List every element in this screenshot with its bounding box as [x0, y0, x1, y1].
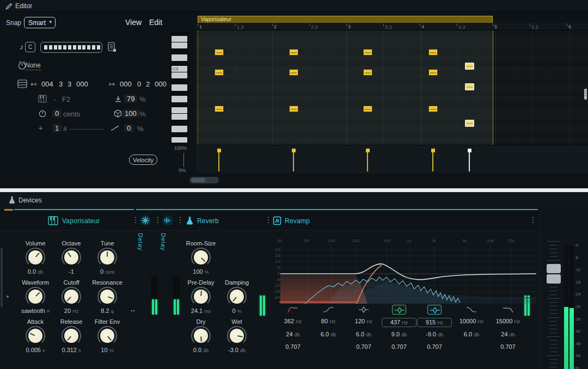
piano-key[interactable]: [171, 84, 187, 91]
knob-octave[interactable]: [62, 248, 81, 267]
midi-note[interactable]: [215, 49, 224, 56]
piano-key[interactable]: [171, 114, 187, 120]
delay-device-label-2[interactable]: Delay: [160, 233, 167, 251]
panel-divider[interactable]: [0, 188, 588, 192]
scale-segment[interactable]: [78, 45, 81, 50]
knob-dry[interactable]: [191, 326, 211, 346]
collapsed-delay-device-2[interactable]: [162, 215, 173, 226]
knob-wet[interactable]: [227, 326, 247, 346]
device-menu-dots-icon[interactable]: ⋮: [154, 216, 162, 224]
devices-scrollbar[interactable]: [1, 248, 3, 308]
piano-key[interactable]: [171, 137, 187, 143]
pos-start-ticks[interactable]: 000: [76, 80, 88, 88]
eq-band-freq[interactable]: 80 Hz: [311, 318, 346, 324]
pos-start-bars[interactable]: 004: [41, 80, 53, 88]
knob-attack[interactable]: [26, 326, 45, 346]
eq-band-q[interactable]: 0.707: [275, 343, 310, 350]
scale-segment[interactable]: [63, 45, 66, 50]
velocity-stem[interactable]: [293, 150, 294, 171]
eq-band-freq[interactable]: 15000 Hz: [491, 318, 525, 324]
midi-note-selected[interactable]: [465, 63, 474, 70]
device-menu-dots-icon[interactable]: ⋮: [132, 216, 139, 224]
velocity-stem[interactable]: [367, 150, 368, 171]
velocity-stem-cap[interactable]: [431, 149, 435, 152]
eq-band-gain[interactable]: 24 db: [491, 331, 525, 337]
pos-len-beats[interactable]: 0: [137, 80, 141, 88]
menu-edit[interactable]: Edit: [149, 18, 162, 27]
pos-start-beats[interactable]: 3: [59, 80, 63, 88]
scale-segment[interactable]: [44, 45, 47, 50]
eq-band-q[interactable]: 0.707: [346, 343, 381, 350]
midi-note[interactable]: [215, 106, 224, 112]
midi-note[interactable]: [289, 69, 298, 76]
knob-resonance[interactable]: [97, 287, 117, 306]
velocity-stem-cap[interactable]: [468, 149, 471, 152]
scale-segment[interactable]: [97, 45, 100, 50]
velocity-field[interactable]: 79: [124, 95, 137, 103]
scale-root-button[interactable]: C: [25, 42, 35, 52]
piano-key[interactable]: [171, 72, 187, 78]
pitch-value[interactable]: F2: [62, 95, 70, 103]
eq-response-graph[interactable]: [275, 235, 539, 305]
fader-handle-top[interactable]: [547, 264, 561, 273]
piano-key[interactable]: [171, 42, 187, 48]
piano-roll-grid[interactable]: [196, 30, 588, 145]
menu-view[interactable]: View: [125, 18, 142, 27]
slope-field[interactable]: 0: [124, 124, 133, 132]
eq-band-lowpass-icon[interactable]: [501, 305, 515, 315]
velocity-stem-cap[interactable]: [292, 149, 296, 152]
knob-damping[interactable]: [227, 287, 247, 306]
delay-device-label[interactable]: Delay: [137, 233, 144, 251]
device-tab-vaporisateur[interactable]: Vaporisateur: [62, 217, 100, 225]
velocity-stem-cap[interactable]: [366, 149, 370, 152]
piano-key[interactable]: [171, 54, 187, 61]
pos-start-div[interactable]: 3: [68, 80, 71, 88]
velocity-stem-cap[interactable]: [217, 149, 221, 152]
velocity-stem-selected[interactable]: [469, 150, 470, 171]
eq-band-gain[interactable]: 6.0 db: [311, 331, 346, 337]
midi-note[interactable]: [428, 49, 438, 56]
scale-segment[interactable]: [82, 45, 85, 50]
eq-band-bell-icon[interactable]: [427, 305, 442, 315]
knob-waveform[interactable]: [26, 287, 45, 306]
velocity-lane-button[interactable]: Velocity: [129, 155, 157, 165]
groove-selector[interactable]: None: [25, 61, 41, 70]
eq-band-bell-icon[interactable]: [392, 305, 406, 315]
eq-band-freq[interactable]: 915 Hz: [417, 318, 452, 327]
eq-band-gain[interactable]: 6.0 db: [346, 331, 381, 337]
scale-segment[interactable]: [73, 45, 76, 50]
scale-segments-display[interactable]: [40, 42, 102, 53]
velocity-lane[interactable]: [196, 145, 588, 173]
eq-band-highpass-icon[interactable]: [286, 305, 300, 315]
midi-note-selected[interactable]: [465, 120, 474, 127]
repeat-slider[interactable]: [70, 129, 103, 130]
scale-segment[interactable]: [49, 45, 52, 50]
knob-cutoff[interactable]: [62, 287, 81, 306]
eq-band-gain[interactable]: -9.0 db: [417, 331, 452, 337]
fader-handle-bottom[interactable]: [547, 274, 561, 284]
fine-tune-field[interactable]: 0: [52, 109, 62, 118]
device-menu-dots-icon[interactable]: ⋮: [529, 216, 537, 224]
eq-band-freq[interactable]: 437 Hz: [382, 318, 416, 327]
eq-band-gain[interactable]: 6.0 db: [454, 331, 489, 337]
eq-band-gain[interactable]: 9.0 db: [382, 331, 416, 337]
eq-band-gain[interactable]: 24 db: [275, 331, 310, 337]
chance-field[interactable]: 100: [122, 109, 139, 118]
device-menu-dots-icon[interactable]: ⋮: [176, 216, 184, 224]
midi-note[interactable]: [289, 106, 298, 112]
scale-segment[interactable]: [87, 45, 90, 50]
midi-note[interactable]: [428, 106, 438, 112]
knob-filter-env[interactable]: [97, 326, 117, 346]
piano-key[interactable]: [171, 126, 187, 132]
scale-segment[interactable]: [58, 45, 62, 50]
scale-list-icon[interactable]: [108, 42, 117, 52]
midi-note[interactable]: [363, 69, 372, 76]
midi-note[interactable]: [428, 69, 438, 76]
midi-note[interactable]: [215, 69, 224, 76]
clip-header[interactable]: Vaporisateur: [198, 16, 493, 23]
knob-room-size[interactable]: [191, 248, 211, 267]
knob-pre-delay[interactable]: [191, 287, 211, 306]
device-tab-reverb[interactable]: Reverb: [197, 217, 219, 225]
timeline-ruler[interactable]: 11.322.333.344.355.36: [196, 23, 588, 30]
eq-band-lowshelf-icon[interactable]: [321, 305, 335, 315]
